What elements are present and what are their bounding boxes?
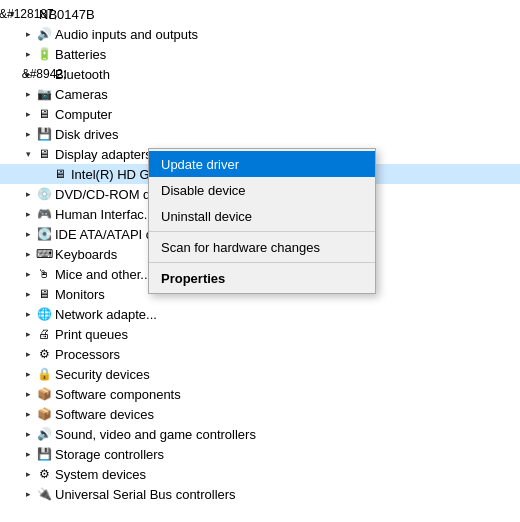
chevron-softwarecomponents[interactable] <box>20 386 36 402</box>
chevron-dvdcd[interactable] <box>20 186 36 202</box>
tree-item-computer[interactable]: 🖥Computer <box>0 104 520 124</box>
tree-item-sound[interactable]: 🔊Sound, video and game controllers <box>0 424 520 444</box>
icon-intelhd: 🖥 <box>52 166 68 182</box>
icon-keyboards: ⌨ <box>36 246 52 262</box>
separator-after-scan-hardware <box>149 262 375 263</box>
label-diskdrives: Disk drives <box>55 127 520 142</box>
label-usbcontrollers: Universal Serial Bus controllers <box>55 487 520 502</box>
chevron-cameras[interactable] <box>20 86 36 102</box>
icon-mice: 🖱 <box>36 266 52 282</box>
icon-securitydevices: 🔒 <box>36 366 52 382</box>
label-printqueues: Print queues <box>55 327 520 342</box>
chevron-systemdevices[interactable] <box>20 466 36 482</box>
icon-usbcontrollers: 🔌 <box>36 486 52 502</box>
tree-item-softwaredevices[interactable]: 📦Software devices <box>0 404 520 424</box>
tree-item-cameras[interactable]: 📷Cameras <box>0 84 520 104</box>
label-sound: Sound, video and game controllers <box>55 427 520 442</box>
label-nb0147b: NB0147B <box>39 7 520 22</box>
label-bluetooth: Bluetooth <box>55 67 520 82</box>
label-storagecontrollers: Storage controllers <box>55 447 520 462</box>
chevron-networkadapters[interactable] <box>20 306 36 322</box>
icon-bluetooth: &#8942; <box>36 66 52 82</box>
context-menu: Update driverDisable deviceUninstall dev… <box>148 148 376 294</box>
label-softwarecomponents: Software components <box>55 387 520 402</box>
tree-item-audio[interactable]: 🔊Audio inputs and outputs <box>0 24 520 44</box>
icon-dvdcd: 💿 <box>36 186 52 202</box>
chevron-intelhd[interactable] <box>36 166 52 182</box>
label-computer: Computer <box>55 107 520 122</box>
chevron-keyboards[interactable] <box>20 246 36 262</box>
menu-item-disable-device[interactable]: Disable device <box>149 177 375 203</box>
label-networkadapters: Network adapte... <box>55 307 520 322</box>
menu-item-scan-hardware[interactable]: Scan for hardware changes <box>149 234 375 260</box>
tree-item-batteries[interactable]: 🔋Batteries <box>0 44 520 64</box>
tree-item-nb0147b[interactable]: &#128187;NB0147B <box>0 4 520 24</box>
icon-softwaredevices: 📦 <box>36 406 52 422</box>
icon-networkadapters: 🌐 <box>36 306 52 322</box>
chevron-usbcontrollers[interactable] <box>20 486 36 502</box>
tree-item-systemdevices[interactable]: ⚙System devices <box>0 464 520 484</box>
label-audio: Audio inputs and outputs <box>55 27 520 42</box>
icon-displayadapters: 🖥 <box>36 146 52 162</box>
icon-monitors: 🖥 <box>36 286 52 302</box>
tree-item-securitydevices[interactable]: 🔒Security devices <box>0 364 520 384</box>
chevron-audio[interactable] <box>20 26 36 42</box>
chevron-diskdrives[interactable] <box>20 126 36 142</box>
icon-sound: 🔊 <box>36 426 52 442</box>
chevron-printqueues[interactable] <box>20 326 36 342</box>
icon-ideata: 💽 <box>36 226 52 242</box>
tree-item-softwarecomponents[interactable]: 📦Software components <box>0 384 520 404</box>
chevron-ideata[interactable] <box>20 226 36 242</box>
label-systemdevices: System devices <box>55 467 520 482</box>
icon-printqueues: 🖨 <box>36 326 52 342</box>
menu-item-uninstall-device[interactable]: Uninstall device <box>149 203 375 229</box>
chevron-storagecontrollers[interactable] <box>20 446 36 462</box>
icon-storagecontrollers: 💾 <box>36 446 52 462</box>
tree-item-bluetooth[interactable]: &#8942;Bluetooth <box>0 64 520 84</box>
icon-computer: 🖥 <box>36 106 52 122</box>
label-cameras: Cameras <box>55 87 520 102</box>
chevron-computer[interactable] <box>20 106 36 122</box>
chevron-softwaredevices[interactable] <box>20 406 36 422</box>
icon-diskdrives: 💾 <box>36 126 52 142</box>
separator-after-uninstall-device <box>149 231 375 232</box>
label-batteries: Batteries <box>55 47 520 62</box>
label-securitydevices: Security devices <box>55 367 520 382</box>
icon-humaninterface: 🎮 <box>36 206 52 222</box>
chevron-securitydevices[interactable] <box>20 366 36 382</box>
chevron-sound[interactable] <box>20 426 36 442</box>
tree-item-processors[interactable]: ⚙Processors <box>0 344 520 364</box>
menu-item-properties[interactable]: Properties <box>149 265 375 291</box>
icon-processors: ⚙ <box>36 346 52 362</box>
icon-audio: 🔊 <box>36 26 52 42</box>
icon-systemdevices: ⚙ <box>36 466 52 482</box>
chevron-mice[interactable] <box>20 266 36 282</box>
chevron-batteries[interactable] <box>20 46 36 62</box>
chevron-processors[interactable] <box>20 346 36 362</box>
menu-item-update-driver[interactable]: Update driver <box>149 151 375 177</box>
label-processors: Processors <box>55 347 520 362</box>
icon-batteries: 🔋 <box>36 46 52 62</box>
tree-item-networkadapters[interactable]: 🌐Network adapte... <box>0 304 520 324</box>
tree-item-usbcontrollers[interactable]: 🔌Universal Serial Bus controllers <box>0 484 520 504</box>
icon-softwarecomponents: 📦 <box>36 386 52 402</box>
chevron-displayadapters[interactable] <box>20 146 36 162</box>
icon-nb0147b: &#128187; <box>20 6 36 22</box>
tree-item-diskdrives[interactable]: 💾Disk drives <box>0 124 520 144</box>
icon-cameras: 📷 <box>36 86 52 102</box>
tree-item-storagecontrollers[interactable]: 💾Storage controllers <box>0 444 520 464</box>
chevron-monitors[interactable] <box>20 286 36 302</box>
label-softwaredevices: Software devices <box>55 407 520 422</box>
chevron-humaninterface[interactable] <box>20 206 36 222</box>
tree-item-printqueues[interactable]: 🖨Print queues <box>0 324 520 344</box>
